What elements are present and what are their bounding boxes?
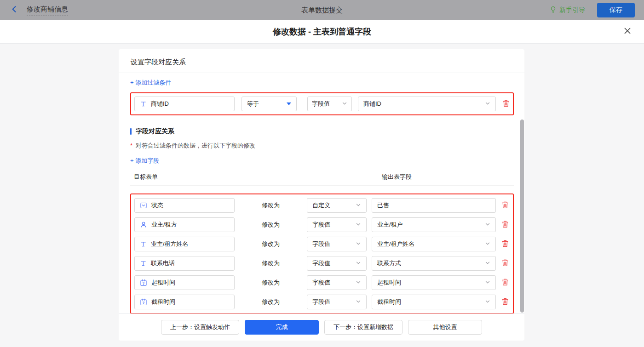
target-field-input[interactable]: 截租时间 <box>134 295 235 309</box>
add-filter-link[interactable]: + 添加过滤条件 <box>130 79 171 87</box>
trash-icon <box>501 278 509 288</box>
delete-row-button[interactable] <box>501 201 509 210</box>
modify-mode-value: 自定义 <box>312 201 330 210</box>
chevron-down-icon <box>352 222 361 228</box>
modify-mode-select[interactable]: 字段值 <box>307 275 367 290</box>
modify-mode-select[interactable]: 字段值 <box>307 256 367 271</box>
text-field-icon <box>140 241 147 248</box>
close-button[interactable] <box>623 27 632 36</box>
prev-step-button[interactable]: 上一步：设置触发动作 <box>161 320 239 335</box>
filter-operator-select[interactable]: 等于 <box>242 97 297 111</box>
top-bar: 修改商铺信息 表单数据提交 新手引导 保存 <box>0 0 644 20</box>
modify-label: 修改为 <box>235 201 307 210</box>
beginner-guide-link[interactable]: 新手引导 <box>550 6 585 15</box>
done-button[interactable]: 完成 <box>245 320 319 335</box>
trash-icon <box>501 201 509 210</box>
flow-title[interactable]: 修改商铺信息 <box>27 5 68 16</box>
output-field-select[interactable]: 业主/租户 <box>372 217 496 232</box>
filter-field-input[interactable]: 商铺ID <box>134 97 235 111</box>
filter-condition-row: 商铺ID 等于 字段值 商铺ID <box>130 92 514 115</box>
target-field-input[interactable]: 联系电话 <box>134 256 235 271</box>
next-step-button[interactable]: 下一步：设置新增数据 <box>324 320 402 335</box>
column-headers: 目标表单 输出表字段 <box>130 173 514 186</box>
filter-value-select[interactable]: 商铺ID <box>358 97 496 111</box>
output-value-text: 已售 <box>377 201 389 210</box>
modal-header: 修改数据 - 主表到普通字段 <box>0 20 644 44</box>
modify-mode-select[interactable]: 自定义 <box>307 198 367 213</box>
chevron-down-icon <box>352 202 361 209</box>
delete-row-button[interactable] <box>501 259 509 268</box>
select-field-icon <box>140 202 147 209</box>
delete-row-button[interactable] <box>501 297 509 307</box>
chevron-down-icon <box>352 241 361 248</box>
mapping-row: 截租时间修改为字段值截租时间 <box>134 295 510 309</box>
node-title: 表单数据提交 <box>0 6 644 15</box>
filter-value-type: 字段值 <box>312 100 330 108</box>
modify-mode-value: 字段值 <box>312 221 330 229</box>
output-field-value: 业主/租户姓名 <box>377 240 415 248</box>
output-field-value: 联系方式 <box>377 259 401 267</box>
mapping-row: 业主/租方修改为字段值业主/租户 <box>134 217 510 232</box>
back-button[interactable] <box>9 5 19 15</box>
target-field-label: 截租时间 <box>151 298 175 306</box>
target-form-header: 目标表单 <box>134 173 158 181</box>
delete-row-button[interactable] <box>501 239 509 249</box>
output-field-value: 截租时间 <box>377 298 401 306</box>
panel-title: 设置字段对应关系 <box>119 49 524 73</box>
output-value-input[interactable]: 已售 <box>372 198 496 213</box>
target-field-input[interactable]: 状态 <box>134 198 235 213</box>
target-field-label: 联系电话 <box>151 259 175 267</box>
output-field-select[interactable]: 业主/租户姓名 <box>372 237 496 251</box>
mapping-title-text: 字段对应关系 <box>136 127 174 136</box>
delete-row-button[interactable] <box>501 278 509 288</box>
mapping-row: 业主/租方姓名修改为字段值业主/租户姓名 <box>134 237 510 251</box>
chevron-down-icon <box>481 101 490 108</box>
target-field-input[interactable]: 业主/租方 <box>134 217 235 232</box>
caret-down-icon <box>287 102 291 105</box>
close-icon <box>623 27 632 37</box>
delete-row-button[interactable] <box>501 220 509 230</box>
scrollbar-thumb[interactable] <box>520 119 524 313</box>
chevron-down-icon <box>352 260 361 267</box>
modify-mode-select[interactable]: 字段值 <box>307 217 367 232</box>
output-field-select[interactable]: 联系方式 <box>372 256 496 271</box>
chevron-down-icon <box>481 241 490 248</box>
target-field-input[interactable]: 业主/租方姓名 <box>134 237 235 251</box>
target-field-label: 起租时间 <box>151 279 175 287</box>
text-field-icon <box>140 101 147 108</box>
save-button[interactable]: 保存 <box>597 3 635 17</box>
filter-value-type-select[interactable]: 字段值 <box>307 97 352 111</box>
modal-body: 设置字段对应关系 + 添加过滤条件 商铺ID 等于 字段值 商铺ID <box>0 44 644 347</box>
person-icon <box>140 221 147 228</box>
filter-value: 商铺ID <box>363 100 381 108</box>
mapping-note-text: 对符合过滤条件的数据，进行以下字段的修改 <box>136 142 255 149</box>
modify-mode-select[interactable]: 字段值 <box>307 295 367 309</box>
modify-mode-select[interactable]: 字段值 <box>307 237 367 251</box>
output-field-header: 输出表字段 <box>382 173 412 181</box>
delete-filter-button[interactable] <box>502 99 510 109</box>
modify-label: 修改为 <box>235 279 307 287</box>
other-settings-button[interactable]: 其他设置 <box>408 320 482 335</box>
target-field-label: 业主/租方 <box>151 221 177 229</box>
required-asterisk: * <box>130 142 132 149</box>
target-field-label: 业主/租方姓名 <box>151 240 189 248</box>
output-field-select[interactable]: 起租时间 <box>372 275 496 290</box>
chevron-down-icon <box>481 279 490 286</box>
trash-icon <box>501 239 509 249</box>
target-field-input[interactable]: 起租时间 <box>134 275 235 290</box>
modify-label: 修改为 <box>235 240 307 248</box>
panel-footer: 上一步：设置触发动作 完成 下一步：设置新增数据 其他设置 <box>119 313 524 341</box>
output-field-value: 起租时间 <box>377 279 401 287</box>
mapping-row: 起租时间修改为字段值起租时间 <box>134 275 510 290</box>
back-icon <box>10 5 19 16</box>
chevron-down-icon <box>338 101 347 108</box>
chevron-down-icon <box>481 222 490 228</box>
mapping-section-title: 字段对应关系 <box>130 127 514 136</box>
add-field-link[interactable]: + 添加字段 <box>130 157 159 165</box>
modify-label: 修改为 <box>235 298 307 306</box>
guide-label: 新手引导 <box>559 6 585 14</box>
modify-mode-value: 字段值 <box>312 298 330 306</box>
text-field-icon <box>140 260 147 267</box>
output-field-value: 业主/租户 <box>377 221 403 229</box>
output-field-select[interactable]: 截租时间 <box>372 295 496 309</box>
